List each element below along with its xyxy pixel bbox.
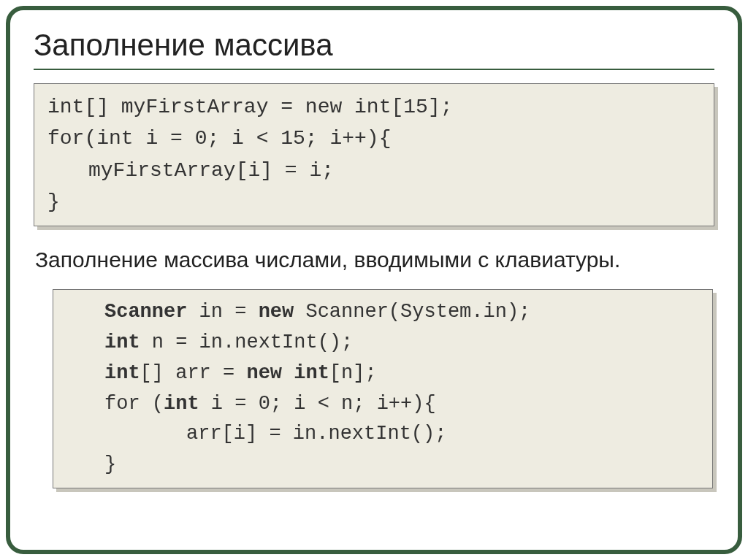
code-line: int[] myFirstArray = new int[15]; [47, 91, 701, 123]
code-line: arr[i] = in.nextInt(); [104, 419, 699, 450]
code-line: } [47, 186, 701, 218]
keyword: Scanner [104, 301, 187, 323]
keyword: int [164, 393, 199, 415]
title-underline [34, 69, 714, 70]
keyword: int [294, 362, 329, 384]
keyword: int [104, 331, 140, 353]
code-line: myFirstArray[i] = i; [47, 155, 701, 186]
slide-container: Заполнение массива int[] myFirstArray = … [6, 6, 742, 554]
keyword: int [104, 362, 140, 384]
keyword: new [246, 362, 282, 384]
keyword: new [259, 301, 294, 323]
code-block-2: Scanner in = new Scanner(System.in); int… [53, 289, 713, 488]
description-text: Заполнение массива числами, вводимыми с … [34, 245, 714, 275]
code-block-1: int[] myFirstArray = new int[15]; for(in… [34, 83, 714, 226]
code-line: for (int i = 0; i < n; i++){ [104, 389, 699, 420]
code-line: Scanner in = new Scanner(System.in); [104, 297, 699, 328]
code-line: int[] arr = new int[n]; [104, 358, 699, 389]
code-line: for(int i = 0; i < 15; i++){ [47, 123, 701, 154]
code-line: } [104, 450, 699, 480]
code-line: int n = in.nextInt(); [104, 328, 699, 358]
slide-title: Заполнение массива [34, 28, 714, 63]
